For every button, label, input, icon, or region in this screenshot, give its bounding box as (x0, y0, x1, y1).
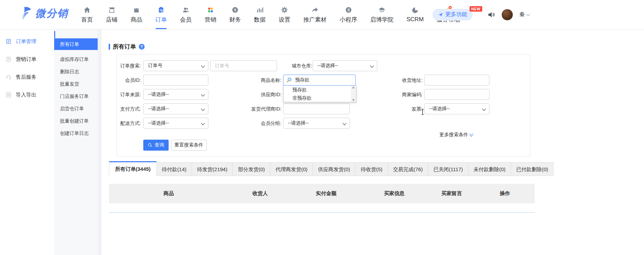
nav-item-academy[interactable]: 启博学院 (364, 0, 400, 29)
submenu-item-virtual-stock-orders[interactable]: 虚拟库存订单 (54, 53, 98, 65)
suggestion-option[interactable]: 预存款 (283, 86, 356, 94)
merchant-code-input[interactable] (425, 89, 489, 100)
members-icon (182, 6, 190, 14)
city-warehouse-select[interactable]: --请选择-- (313, 60, 377, 71)
member-id-label: 会员ID: (117, 75, 141, 86)
submenu-item-batch-create-orders[interactable]: 批量创建订单 (54, 115, 98, 127)
member-id-input[interactable] (144, 75, 208, 85)
more-features-button[interactable]: 更多功能 NEW (433, 9, 473, 21)
navbar-right-cluster: 更多功能 NEW 秦 (433, 0, 530, 29)
product-name-value: 预存款 (295, 77, 309, 83)
submenu-item-delete-log[interactable]: 删除日志 (54, 65, 98, 78)
sidebar-item-marketing-orders[interactable]: 营销订单 (5, 52, 54, 66)
receiver-address-input[interactable] (425, 75, 489, 85)
city-warehouse-label: 城市仓库: (275, 60, 312, 71)
tab-paid-deleted[interactable]: 已付款删除(0) (511, 162, 554, 176)
nav-label: 订单 (155, 16, 167, 24)
order-search-type-select[interactable]: 订单号 (143, 60, 208, 71)
nav-item-members[interactable]: 会员 (173, 0, 198, 29)
tab-all-orders[interactable]: 所有订单(3445) (109, 161, 157, 176)
invoice-select[interactable]: --请选择-- (424, 103, 489, 114)
nav-item-scrm[interactable]: SCRM (400, 0, 430, 29)
nav-item-home[interactable]: 首页 (75, 0, 99, 29)
tab-unpaid-deleted[interactable]: 未付款删除(0) (468, 162, 511, 176)
col-header-buyer-message: 买家留言 (428, 190, 475, 197)
double-chevron-down-icon (470, 133, 473, 136)
sidebar-item-order-management[interactable]: 订单管理 (5, 35, 54, 48)
new-badge: NEW (470, 6, 482, 12)
member-group-label: 会员分组: (218, 118, 281, 129)
delivery-method-select[interactable]: --请选择-- (143, 118, 208, 129)
nav-item-goods[interactable]: 商品 (124, 0, 149, 29)
reset-search-button[interactable]: 重置搜索条件 (171, 140, 207, 151)
nav-label: SCRM (406, 16, 424, 23)
submenu-item-create-order-log[interactable]: 创建订单日志 (54, 127, 98, 139)
nav-item-orders[interactable]: 订单 (149, 0, 173, 29)
nav-item-data[interactable]: 数据 (247, 0, 272, 29)
main-content: 所有订单 ? 订单搜索: 订单号 城市仓库: --请选择-- 会员ID: 商品名… (101, 29, 535, 255)
announcement-speaker-icon[interactable] (487, 11, 495, 19)
marketing-orders-icon (5, 56, 12, 62)
submenu-item-qihuo-warehouse-orders[interactable]: 启货仓订单 (54, 102, 98, 115)
active-nav-underline (156, 28, 167, 29)
submenu-item-batch-shipping[interactable]: 批量发货 (54, 78, 98, 90)
page-title-row: 所有订单 ? (109, 43, 145, 51)
tab-completed[interactable]: 交易完成(76) (388, 162, 428, 176)
sidebar-item-label: 导入导出 (16, 92, 36, 98)
brand-logo[interactable]: 微分销 (20, 6, 68, 21)
tab-closed[interactable]: 已关闭(1117) (428, 162, 468, 176)
product-name-combo[interactable]: 预存款 (283, 75, 356, 86)
magnifier-icon (286, 77, 292, 83)
scroll-down-icon[interactable] (352, 99, 355, 101)
suggestion-option[interactable]: 非预存款 (283, 94, 356, 102)
submenu-item-all-orders[interactable]: 所有订单 (54, 38, 98, 50)
submenu-scrollbar-thumb[interactable] (54, 31, 55, 38)
nav-item-finance[interactable]: ¥ 财务 (223, 0, 247, 29)
nav-item-mini-program[interactable]: S 小程序 (333, 0, 364, 29)
sidebar-item-after-sales[interactable]: 售后服务 (5, 70, 54, 84)
import-export-icon (5, 92, 12, 98)
svg-text:S: S (347, 8, 350, 12)
scroll-up-icon[interactable] (352, 87, 355, 88)
sidebar-item-label: 营销订单 (16, 56, 36, 63)
pay-method-select[interactable]: --请选择-- (143, 103, 208, 114)
tab-supplier-shipment[interactable]: 供应商发货(0) (313, 162, 355, 176)
tab-pending-payment[interactable]: 待付款(14) (156, 162, 192, 176)
query-button[interactable]: 查询 (143, 140, 169, 151)
user-menu[interactable]: 秦 (519, 11, 530, 18)
nav-label: 首页 (81, 16, 93, 24)
col-header-buyer-info: 买家信息 (360, 190, 428, 197)
dropdown-scrollbar[interactable] (351, 86, 356, 102)
tab-partial-shipment[interactable]: 部分发货(0) (232, 162, 270, 176)
chevron-down-icon (201, 107, 205, 111)
submenu-item-label: 门店服务订单 (60, 93, 89, 99)
member-group-select[interactable]: --请选择-- (283, 118, 350, 129)
order-source-select[interactable]: --请选择-- (143, 89, 208, 100)
chevron-down-icon (201, 64, 205, 67)
nav-item-marketing[interactable]: 营销 (198, 0, 223, 29)
shopping-bag-icon (133, 6, 140, 14)
tab-agent-shipment[interactable]: 代理商发货(0) (270, 162, 313, 176)
order-no-input[interactable] (211, 61, 277, 71)
sidebar-item-import-export[interactable]: 导入导出 (5, 88, 54, 102)
more-conditions-label: 更多搜索条件 (439, 132, 468, 138)
ship-agent-input[interactable] (283, 104, 350, 114)
nav-label: 财务 (229, 16, 241, 24)
tab-pending-receipt[interactable]: 待收货(5) (355, 162, 388, 176)
nav-item-shop[interactable]: 店铺 (99, 0, 124, 29)
tab-pending-shipment[interactable]: 待发货(2194) (192, 162, 233, 176)
share-arrow-icon (311, 6, 319, 14)
gear-icon (281, 6, 288, 14)
chevron-down-icon (342, 121, 346, 125)
nav-label: 数据 (254, 16, 266, 24)
nav-item-settings[interactable]: 设置 (272, 0, 297, 29)
order-source-label: 订单来源: (117, 89, 141, 100)
user-avatar[interactable] (501, 9, 513, 21)
help-icon[interactable]: ? (139, 44, 145, 50)
nav-item-promo-materials[interactable]: 推广素材 (297, 0, 333, 29)
order-clipboard-icon (157, 6, 165, 14)
submenu-item-store-service-orders[interactable]: 门店服务订单 (54, 90, 98, 102)
chevron-down-icon (526, 12, 530, 16)
more-search-conditions-link[interactable]: 更多搜索条件 (439, 132, 473, 138)
col-header-receiver: 收货人 (228, 190, 292, 197)
